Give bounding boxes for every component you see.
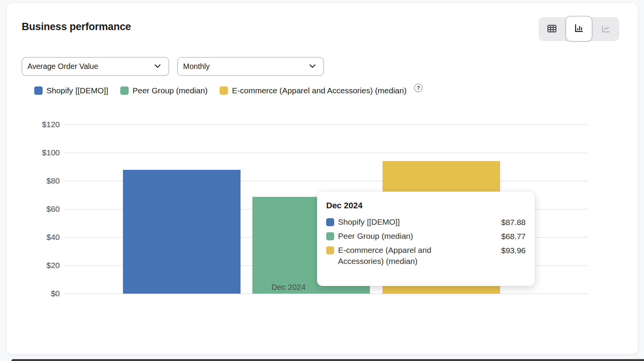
metric-select-value: Average Order Value: [27, 62, 98, 71]
legend-item-peer-group-median[interactable]: Peer Group (median): [120, 86, 207, 95]
chevron-down-icon: [308, 61, 317, 72]
tooltip-row-e-commerce-apparel-and-accessories-median: E-commerce (Apparel and Accessories) (me…: [326, 245, 526, 267]
y-tick-label: $60: [46, 204, 60, 214]
table-view-button[interactable]: [539, 17, 565, 41]
page-title: Business performance: [22, 21, 131, 33]
line-chart-icon: [600, 23, 612, 35]
tooltip-label: Peer Group (median): [338, 231, 413, 242]
y-tick-label: $40: [46, 233, 60, 242]
view-toggle: [539, 17, 619, 41]
bar-shopify-demo[interactable]: [123, 170, 241, 294]
business-performance-card: Business performance: [6, 3, 638, 354]
tooltip-value: $68.77: [501, 231, 526, 242]
legend-item-e-commerce-apparel-and-accessories-median[interactable]: E-commerce (Apparel and Accessories) (me…: [220, 86, 406, 95]
y-tick-label: $100: [42, 148, 60, 157]
chevron-down-icon: [153, 61, 163, 72]
help-icon[interactable]: ?: [414, 84, 422, 92]
chart-legend: Shopify [[DEMO]]Peer Group (median)E-com…: [34, 86, 422, 95]
y-tick-label: $0: [51, 289, 60, 298]
y-tick-label: $20: [46, 261, 60, 270]
legend-item-shopify-demo[interactable]: Shopify [[DEMO]]: [34, 86, 108, 95]
legend-label: Shopify [[DEMO]]: [46, 86, 108, 95]
bar-chart-view-button[interactable]: [566, 16, 592, 42]
tooltip-value: $87.88: [501, 217, 526, 228]
tooltip-row-shopify-demo: Shopify [[DEMO]]$87.88: [326, 217, 526, 228]
tooltip-swatch: [326, 218, 334, 226]
y-tick-label: $120: [42, 120, 60, 129]
metric-select[interactable]: Average Order Value: [22, 57, 169, 76]
line-chart-view-button[interactable]: [593, 17, 619, 41]
gridline: [65, 125, 587, 125]
gridline: [65, 153, 587, 153]
bar-chart-icon: [573, 22, 585, 35]
legend-swatch: [34, 86, 43, 95]
bottom-panel-edge: [11, 359, 644, 361]
table-icon: [546, 23, 558, 35]
tooltip-row-peer-group-median: Peer Group (median)$68.77: [326, 231, 526, 242]
period-select[interactable]: Monthly: [177, 57, 324, 76]
tooltip-swatch: [326, 246, 334, 254]
period-select-value: Monthly: [183, 62, 210, 71]
legend-label: Peer Group (median): [132, 86, 207, 95]
y-tick-label: $80: [46, 176, 60, 185]
tooltip-label: Shopify [[DEMO]]: [338, 217, 400, 228]
y-axis: $0$20$40$60$80$100$120: [6, 125, 60, 294]
tooltip-swatch: [326, 232, 334, 240]
legend-swatch: [120, 86, 129, 95]
gridline: [65, 294, 587, 294]
tooltip-label: E-commerce (Apparel and Accessories) (me…: [338, 245, 456, 267]
legend-swatch: [220, 86, 228, 95]
tooltip-title: Dec 2024: [326, 201, 526, 211]
legend-label: E-commerce (Apparel and Accessories) (me…: [232, 86, 406, 95]
tooltip-value: $93.96: [501, 245, 526, 256]
chart-tooltip: Dec 2024 Shopify [[DEMO]]$87.88Peer Grou…: [317, 192, 535, 286]
